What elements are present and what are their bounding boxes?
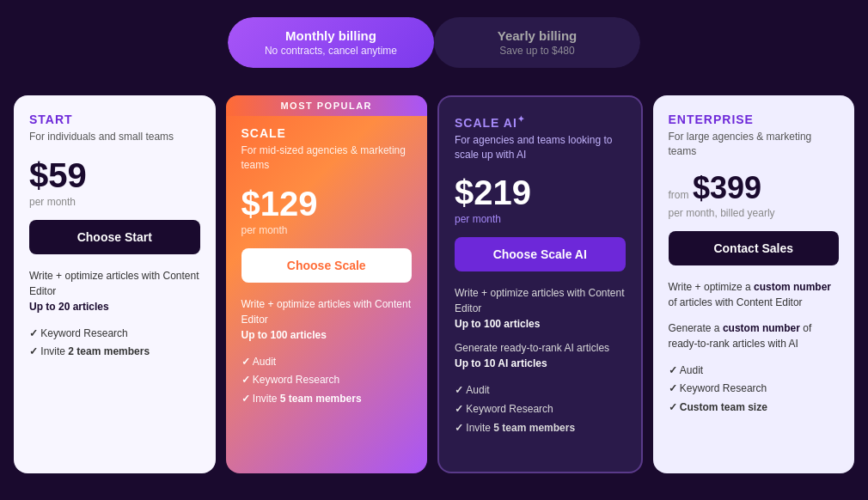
enterprise-price-from: from (669, 189, 689, 201)
start-price: $59 (29, 156, 87, 194)
billing-toggle: Monthly billing No contracts, cancel any… (228, 17, 640, 68)
enterprise-features: Audit Keyword Research Custom team size (669, 362, 840, 418)
list-item: Audit (669, 362, 840, 381)
start-period: per month (29, 196, 200, 208)
choose-scale-button[interactable]: Choose Scale (241, 248, 413, 283)
scale-plan-name: SCALE (241, 126, 413, 140)
yearly-billing-button[interactable]: Yearly billing Save up to $480 (434, 17, 640, 68)
pricing-cards: START For individuals and small teams $5… (14, 95, 854, 473)
scale-articles-bold: Up to 100 articles (241, 327, 413, 343)
scale-ai-plan-desc: For agencies and teams looking to scale … (455, 133, 626, 162)
scale-ai-name-row: SCALE AI✦ (455, 114, 626, 133)
monthly-sub: No contracts, cancel anytime (255, 45, 406, 58)
list-item: Audit (241, 353, 413, 372)
enterprise-plan-card: ENTERPRISE For large agencies & marketin… (653, 95, 855, 473)
scale-ai-ai-articles: Up to 10 AI articles (455, 356, 626, 371)
yearly-label: Yearly billing (462, 27, 613, 45)
enterprise-price: $399 (693, 170, 761, 205)
list-item: Keyword Research (455, 400, 626, 419)
most-popular-badge: MOST POPULAR (226, 95, 428, 116)
scale-price: $129 (241, 185, 318, 223)
start-feature-text: Write + optimize articles with Content E… (29, 268, 200, 314)
scale-ai-price: $219 (455, 174, 531, 211)
scale-feature-text: Write + optimize articles with Content E… (241, 296, 413, 343)
monthly-label: Monthly billing (255, 27, 406, 45)
list-item: Invite 2 team members (29, 343, 200, 362)
enterprise-period: per month, billed yearly (669, 207, 840, 219)
start-price-row: $59 (29, 158, 200, 192)
list-item: Audit (455, 381, 626, 400)
scale-plan-desc: For mid-sized agencies & marketing teams (241, 143, 413, 173)
scale-ai-plan-card: SCALE AI✦ For agencies and teams looking… (437, 95, 643, 473)
monthly-billing-button[interactable]: Monthly billing No contracts, cancel any… (228, 17, 434, 68)
list-item: Custom team size (669, 399, 840, 418)
enterprise-feature-text1: Write + optimize a custom number of arti… (669, 279, 840, 310)
enterprise-plan-desc: For large agencies & marketing teams (669, 130, 840, 159)
choose-scale-ai-button[interactable]: Choose Scale AI (455, 237, 626, 271)
list-item: Keyword Research (241, 371, 413, 390)
start-plan-name: START (29, 113, 200, 126)
start-plan-card: START For individuals and small teams $5… (14, 95, 216, 473)
choose-start-button[interactable]: Choose Start (29, 220, 200, 254)
list-item: Keyword Research (29, 325, 200, 344)
list-item: Keyword Research (669, 380, 840, 399)
start-features: Keyword Research Invite 2 team members (29, 325, 200, 362)
scale-plan-card: MOST POPULAR SCALE For mid-sized agencie… (226, 95, 428, 473)
scale-features: Audit Keyword Research Invite 5 team mem… (241, 353, 413, 409)
scale-price-row: $129 (241, 186, 413, 221)
yearly-sub: Save up to $480 (462, 45, 613, 58)
list-item: Invite 5 team members (241, 390, 413, 409)
scale-period: per month (241, 224, 413, 236)
scale-ai-plan-name: SCALE AI✦ (455, 114, 525, 130)
start-articles-bold: Up to 20 articles (29, 299, 200, 314)
scale-ai-price-row: $219 (455, 175, 626, 210)
list-item: Invite 5 team members (455, 419, 626, 438)
scale-ai-features: Audit Keyword Research Invite 5 team mem… (455, 381, 626, 437)
enterprise-price-row: from $399 (669, 173, 840, 204)
scale-ai-period: per month (455, 213, 626, 225)
contact-sales-button[interactable]: Contact Sales (669, 231, 840, 265)
enterprise-feature-text2: Generate a custom number of ready-to-ran… (669, 320, 840, 351)
start-plan-desc: For individuals and small teams (29, 130, 200, 144)
scale-ai-feature-text: Write + optimize articles with Content E… (455, 285, 626, 371)
scale-ai-articles-bold: Up to 100 articles (455, 316, 626, 332)
enterprise-plan-name: ENTERPRISE (669, 113, 840, 126)
